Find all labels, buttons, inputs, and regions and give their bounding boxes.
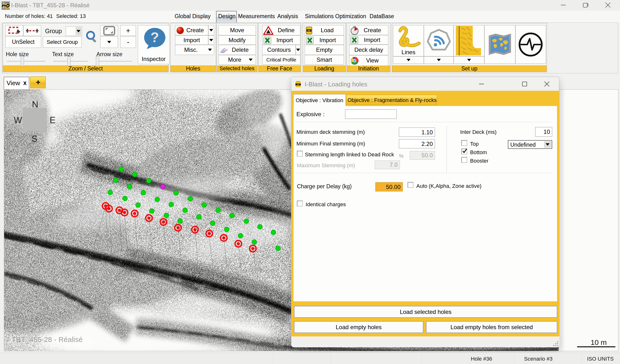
svg-text:TBT_455-28 - Réalisé: TBT_455-28 - Réalisé — [12, 335, 83, 343]
svg-text:HF: HF — [308, 30, 310, 32]
svg-text:W: W — [14, 115, 22, 125]
svg-text:?: ? — [150, 29, 159, 45]
svg-text:10 m: 10 m — [591, 338, 607, 346]
svg-text:E: E — [50, 115, 55, 125]
svg-text:S: S — [31, 134, 37, 144]
svg-text:HF: HF — [297, 83, 300, 86]
svg-text:N: N — [32, 99, 38, 109]
